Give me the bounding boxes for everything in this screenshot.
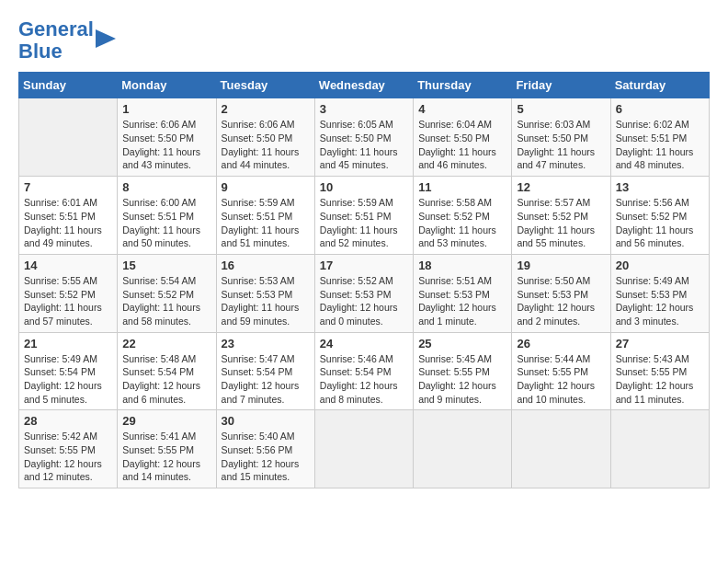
calendar-cell: 11Sunrise: 5:58 AM Sunset: 5:52 PM Dayli… — [414, 177, 512, 255]
header-tuesday: Tuesday — [216, 73, 314, 98]
day-number: 2 — [222, 102, 310, 116]
day-number: 30 — [222, 414, 310, 428]
calendar-cell: 30Sunrise: 5:40 AM Sunset: 5:56 PM Dayli… — [216, 410, 314, 488]
header-monday: Monday — [118, 73, 216, 98]
calendar-cell: 15Sunrise: 5:54 AM Sunset: 5:52 PM Dayli… — [118, 254, 216, 332]
day-number: 11 — [418, 180, 506, 194]
day-number: 9 — [222, 180, 310, 194]
day-number: 26 — [517, 337, 605, 350]
calendar-cell: 2Sunrise: 6:06 AM Sunset: 5:50 PM Daylig… — [216, 98, 314, 177]
day-info: Sunrise: 5:42 AM Sunset: 5:55 PM Dayligh… — [24, 430, 112, 484]
calendar-cell: 3Sunrise: 6:05 AM Sunset: 5:50 PM Daylig… — [314, 98, 413, 177]
day-info: Sunrise: 5:51 AM Sunset: 5:53 PM Dayligh… — [418, 274, 506, 328]
calendar-cell: 1Sunrise: 6:06 AM Sunset: 5:50 PM Daylig… — [118, 98, 216, 177]
day-info: Sunrise: 5:52 AM Sunset: 5:53 PM Dayligh… — [320, 274, 408, 328]
calendar-cell: 13Sunrise: 5:56 AM Sunset: 5:52 PM Dayli… — [610, 177, 709, 255]
day-info: Sunrise: 5:43 AM Sunset: 5:55 PM Dayligh… — [616, 352, 704, 407]
logo-arrow-icon — [96, 26, 116, 52]
week-row-3: 14Sunrise: 5:55 AM Sunset: 5:52 PM Dayli… — [19, 254, 710, 332]
calendar-cell: 21Sunrise: 5:49 AM Sunset: 5:54 PM Dayli… — [19, 332, 118, 410]
day-number: 17 — [320, 259, 408, 272]
day-info: Sunrise: 5:45 AM Sunset: 5:55 PM Dayligh… — [418, 352, 506, 407]
day-number: 10 — [320, 180, 408, 194]
day-number: 29 — [122, 414, 210, 428]
day-number: 18 — [418, 259, 506, 272]
week-row-2: 7Sunrise: 6:01 AM Sunset: 5:51 PM Daylig… — [19, 177, 710, 255]
day-info: Sunrise: 6:02 AM Sunset: 5:51 PM Dayligh… — [616, 118, 704, 172]
day-number: 16 — [222, 259, 310, 272]
logo-text: GeneralBlue — [18, 18, 94, 63]
day-info: Sunrise: 6:01 AM Sunset: 5:51 PM Dayligh… — [24, 196, 112, 250]
day-info: Sunrise: 5:50 AM Sunset: 5:53 PM Dayligh… — [517, 274, 605, 328]
day-number: 8 — [122, 180, 210, 194]
calendar-cell — [414, 410, 512, 488]
calendar-cell: 20Sunrise: 5:49 AM Sunset: 5:53 PM Dayli… — [610, 254, 709, 332]
day-info: Sunrise: 5:49 AM Sunset: 5:54 PM Dayligh… — [24, 352, 112, 407]
calendar-cell: 14Sunrise: 5:55 AM Sunset: 5:52 PM Dayli… — [19, 254, 118, 332]
day-info: Sunrise: 5:55 AM Sunset: 5:52 PM Dayligh… — [24, 274, 112, 328]
calendar-cell: 27Sunrise: 5:43 AM Sunset: 5:55 PM Dayli… — [610, 332, 709, 410]
header-friday: Friday — [512, 73, 610, 98]
day-info: Sunrise: 5:59 AM Sunset: 5:51 PM Dayligh… — [222, 196, 310, 250]
logo: GeneralBlue — [18, 18, 116, 63]
day-number: 28 — [24, 414, 112, 428]
header-sunday: Sunday — [19, 73, 118, 98]
calendar-cell — [610, 410, 709, 488]
day-info: Sunrise: 5:44 AM Sunset: 5:55 PM Dayligh… — [517, 352, 605, 407]
calendar-cell: 6Sunrise: 6:02 AM Sunset: 5:51 PM Daylig… — [610, 98, 709, 177]
calendar-cell: 19Sunrise: 5:50 AM Sunset: 5:53 PM Dayli… — [512, 254, 610, 332]
day-info: Sunrise: 5:53 AM Sunset: 5:53 PM Dayligh… — [222, 274, 310, 328]
day-number: 22 — [122, 337, 210, 350]
header-row: SundayMondayTuesdayWednesdayThursdayFrid… — [19, 73, 710, 98]
day-number: 19 — [517, 259, 605, 272]
day-number: 4 — [418, 102, 506, 116]
day-number: 20 — [616, 259, 704, 272]
calendar-cell: 17Sunrise: 5:52 AM Sunset: 5:53 PM Dayli… — [314, 254, 413, 332]
header-wednesday: Wednesday — [314, 73, 413, 98]
calendar-cell: 7Sunrise: 6:01 AM Sunset: 5:51 PM Daylig… — [19, 177, 118, 255]
day-info: Sunrise: 6:00 AM Sunset: 5:51 PM Dayligh… — [122, 196, 210, 250]
calendar-cell: 29Sunrise: 5:41 AM Sunset: 5:55 PM Dayli… — [118, 410, 216, 488]
calendar-cell: 26Sunrise: 5:44 AM Sunset: 5:55 PM Dayli… — [512, 332, 610, 410]
header-saturday: Saturday — [610, 73, 709, 98]
day-number: 15 — [122, 259, 210, 272]
calendar-cell: 4Sunrise: 6:04 AM Sunset: 5:50 PM Daylig… — [414, 98, 512, 177]
calendar-cell: 23Sunrise: 5:47 AM Sunset: 5:54 PM Dayli… — [216, 332, 314, 410]
calendar-cell — [314, 410, 413, 488]
day-number: 24 — [320, 337, 408, 350]
day-number: 1 — [122, 102, 210, 116]
day-info: Sunrise: 5:40 AM Sunset: 5:56 PM Dayligh… — [222, 430, 310, 484]
day-info: Sunrise: 5:41 AM Sunset: 5:55 PM Dayligh… — [122, 430, 210, 484]
calendar-table: SundayMondayTuesdayWednesdayThursdayFrid… — [18, 72, 710, 488]
day-info: Sunrise: 5:48 AM Sunset: 5:54 PM Dayligh… — [122, 352, 210, 407]
day-number: 12 — [517, 180, 605, 194]
day-number: 27 — [616, 337, 704, 350]
day-number: 5 — [517, 102, 605, 116]
day-info: Sunrise: 5:49 AM Sunset: 5:53 PM Dayligh… — [616, 274, 704, 328]
calendar-cell: 25Sunrise: 5:45 AM Sunset: 5:55 PM Dayli… — [414, 332, 512, 410]
calendar-cell: 12Sunrise: 5:57 AM Sunset: 5:52 PM Dayli… — [512, 177, 610, 255]
calendar-cell — [512, 410, 610, 488]
day-info: Sunrise: 5:47 AM Sunset: 5:54 PM Dayligh… — [222, 352, 310, 407]
day-info: Sunrise: 5:58 AM Sunset: 5:52 PM Dayligh… — [418, 196, 506, 250]
week-row-5: 28Sunrise: 5:42 AM Sunset: 5:55 PM Dayli… — [19, 410, 710, 488]
day-info: Sunrise: 5:56 AM Sunset: 5:52 PM Dayligh… — [616, 196, 704, 250]
day-info: Sunrise: 6:06 AM Sunset: 5:50 PM Dayligh… — [222, 118, 310, 172]
week-row-1: 1Sunrise: 6:06 AM Sunset: 5:50 PM Daylig… — [19, 98, 710, 177]
day-info: Sunrise: 6:03 AM Sunset: 5:50 PM Dayligh… — [517, 118, 605, 172]
calendar-cell: 22Sunrise: 5:48 AM Sunset: 5:54 PM Dayli… — [118, 332, 216, 410]
day-number: 6 — [616, 102, 704, 116]
page-header: GeneralBlue — [18, 18, 710, 63]
calendar-cell: 24Sunrise: 5:46 AM Sunset: 5:54 PM Dayli… — [314, 332, 413, 410]
day-info: Sunrise: 5:59 AM Sunset: 5:51 PM Dayligh… — [320, 196, 408, 250]
day-info: Sunrise: 6:05 AM Sunset: 5:50 PM Dayligh… — [320, 118, 408, 172]
day-number: 23 — [222, 337, 310, 350]
calendar-cell: 8Sunrise: 6:00 AM Sunset: 5:51 PM Daylig… — [118, 177, 216, 255]
day-info: Sunrise: 6:06 AM Sunset: 5:50 PM Dayligh… — [122, 118, 210, 172]
svg-marker-0 — [96, 29, 116, 48]
day-number: 25 — [418, 337, 506, 350]
calendar-cell — [19, 98, 118, 177]
day-number: 21 — [24, 337, 112, 350]
calendar-cell: 10Sunrise: 5:59 AM Sunset: 5:51 PM Dayli… — [314, 177, 413, 255]
day-info: Sunrise: 5:46 AM Sunset: 5:54 PM Dayligh… — [320, 352, 408, 407]
